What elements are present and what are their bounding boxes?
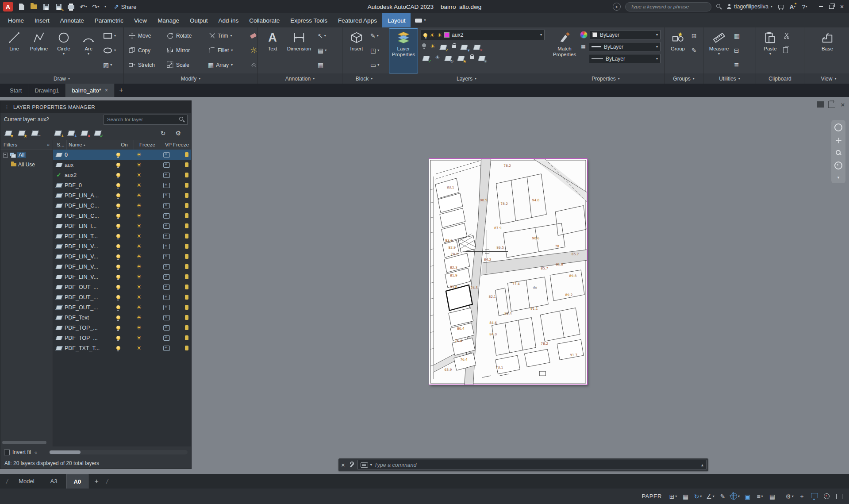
layer-row-PDF_LIN_T...[interactable]: PDF_LIN_T...☀ (53, 231, 191, 241)
layer-properties-button[interactable]: Layer Properties (389, 28, 418, 73)
ribbon-tab-parametric[interactable]: Parametric (89, 13, 129, 27)
arc-button[interactable]: Arc ▾ (76, 28, 101, 73)
ribbon-tab-featured-apps[interactable]: Featured Apps (333, 13, 382, 27)
layer-freeze-vp-icon[interactable]: ☀ (478, 54, 487, 62)
layer-on-bulb-icon[interactable] (116, 326, 120, 330)
set-current-layer-button[interactable]: ✓ (94, 129, 103, 137)
layer-combo-dropdown-icon[interactable]: ▾ (540, 33, 542, 37)
app-menu-button[interactable]: A (3, 2, 13, 12)
measure-button[interactable]: Measure ▾ (706, 28, 732, 73)
new-drawing-button[interactable]: + (115, 84, 128, 97)
layer-make-current-icon[interactable]: ✓ (422, 54, 431, 62)
define-attributes-button[interactable]: ◳▾ (370, 43, 379, 58)
layer-lock-icon[interactable] (185, 346, 188, 350)
quick-calculator-button[interactable]: ⊟ (734, 43, 740, 58)
layer-search-input[interactable] (106, 116, 179, 123)
collapse-bottom-icon[interactable]: « (35, 450, 37, 455)
layer-vp-freeze-icon[interactable] (163, 152, 170, 158)
polyline-button[interactable]: Polyline (27, 28, 51, 73)
layer-freeze-sun-icon[interactable]: ☀ (136, 182, 142, 188)
block-editor-button[interactable]: ✎▾ (370, 28, 379, 43)
workspace-switching-button[interactable]: ⚙▾ (784, 491, 795, 502)
panel-label-view[interactable]: View▾ (804, 73, 849, 84)
filter-all-used[interactable]: All Use (0, 160, 53, 169)
layer-on-bulb-icon[interactable] (116, 214, 120, 218)
layer-row-PDF_OUT_...[interactable]: PDF_OUT_...☀ (53, 302, 191, 312)
new-group-filter-button[interactable]: ★ (18, 129, 27, 137)
tab-model[interactable]: Model (12, 474, 41, 489)
layer-unisolate-icon[interactable]: × (473, 43, 482, 51)
match-properties-button[interactable]: Match Properties (551, 28, 578, 73)
ribbon-tab-view[interactable]: View (129, 13, 152, 27)
layer-on-bulb-icon[interactable] (116, 234, 120, 238)
close-button[interactable]: × (837, 0, 847, 13)
layer-on-bulb-icon[interactable] (116, 285, 120, 289)
hatch-button[interactable]: ▨▾ (103, 58, 116, 72)
dimension-style-button[interactable]: ▤▾ (318, 43, 327, 58)
layer-on-bulb-icon[interactable] (116, 173, 120, 177)
layer-vp-freeze-icon[interactable] (163, 295, 170, 300)
layers-horizontal-scrollbar[interactable] (49, 450, 188, 454)
lineweight-button[interactable]: ≡▾ (754, 491, 765, 502)
layer-unlock-icon[interactable] (470, 56, 474, 59)
rotate-button[interactable]: Rotate (166, 32, 208, 39)
file-tab-start[interactable]: Start (4, 84, 28, 97)
layer-combo[interactable]: ☀ ☀ aux2 ▾ (421, 30, 545, 40)
layer-freeze-sun-icon[interactable]: ☀ (136, 172, 142, 178)
drawing-canvas[interactable]: × ▾ (0, 97, 849, 474)
settings-gear-icon[interactable]: ⚙ (175, 130, 181, 136)
panel-label-layers[interactable]: Layers▾ (386, 73, 547, 84)
minimize-button[interactable] (815, 0, 826, 13)
infocenter-expand-icon[interactable]: ▸ (613, 3, 621, 11)
save-button[interactable] (42, 3, 50, 11)
undo-button[interactable]: ↶▾ (80, 3, 87, 11)
layer-freeze-sun-icon[interactable]: ☀ (136, 152, 142, 158)
layer-freeze-sun-icon[interactable]: ☀ (136, 254, 142, 259)
line-button[interactable]: Line (2, 28, 27, 73)
search-icon[interactable] (716, 4, 722, 10)
palette-grip-icon[interactable]: ⋮ (4, 104, 10, 110)
new-file-button[interactable] (18, 3, 25, 11)
text-button[interactable]: A Text (262, 28, 283, 73)
layer-states-manager-button[interactable]: ≡ (31, 129, 40, 137)
doc-restore-button[interactable] (828, 101, 835, 108)
scrollbar-thumb[interactable] (50, 450, 81, 454)
refresh-icon[interactable]: ↻ (161, 130, 166, 136)
layer-row-aux[interactable]: aux☀ (53, 160, 191, 170)
layer-row-PDF_OUT_...[interactable]: PDF_OUT_...☀ (53, 292, 191, 302)
layer-off-icon[interactable] (422, 43, 426, 47)
ribbon-tab-add-ins[interactable]: Add-ins (213, 13, 244, 27)
file-tab-bairro-alto[interactable]: bairro_alto*× (65, 84, 115, 97)
layer-lock-icon[interactable] (185, 325, 188, 330)
autodesk-apps-button[interactable]: A▾ (789, 3, 796, 11)
layer-freeze-sun-icon[interactable]: ☀ (136, 223, 142, 229)
layer-vp-freeze-icon[interactable] (163, 346, 170, 351)
command-input[interactable]: ▾ Type a command ▴ (357, 460, 707, 470)
layer-lock-icon[interactable] (185, 254, 188, 259)
layer-freeze-sun-icon[interactable]: ☀ (136, 335, 142, 341)
layer-row-PDF_LIN_V...[interactable]: PDF_LIN_V...☀ (53, 272, 191, 282)
layer-vp-freeze-icon[interactable] (163, 254, 170, 259)
expand-icon[interactable] (3, 153, 8, 158)
layer-row-PDF_TXT_T...[interactable]: PDF_TXT_T...☀ (53, 343, 191, 353)
doc-minimize-button[interactable] (817, 101, 824, 108)
palette-titlebar[interactable]: ⋮ LAYER PROPERTIES MANAGER (0, 101, 191, 113)
paper-sheet[interactable]: 78.283.190.578.294.087.990.683.682.986.5… (429, 159, 587, 385)
table-button[interactable]: ▦ (318, 58, 327, 72)
layer-freeze-sun-icon[interactable]: ☀ (136, 345, 142, 351)
layer-vp-freeze-icon[interactable] (163, 325, 170, 331)
layer-on-bulb-icon[interactable] (116, 305, 120, 309)
layer-lock-icon[interactable] (185, 152, 188, 157)
share-button[interactable]: ⇗Share (114, 3, 136, 10)
insert-button[interactable]: Insert (345, 28, 368, 73)
column-name[interactable]: Name▴ (67, 140, 113, 150)
layer-lock-icon[interactable] (185, 173, 188, 177)
lineweight-list-icon[interactable]: ≣ (580, 44, 587, 50)
panel-label-clipboard[interactable]: Clipboard (756, 73, 804, 84)
layer-vp-freeze-icon[interactable] (163, 162, 170, 168)
layer-vp-freeze-icon[interactable] (163, 335, 170, 341)
new-layer-vp-frozen-button[interactable]: + (67, 129, 76, 137)
ribbon-tab-express-tools[interactable]: Express Tools (285, 13, 333, 27)
ribbon-tab-output[interactable]: Output (184, 13, 213, 27)
layer-lock-icon[interactable] (185, 264, 188, 269)
